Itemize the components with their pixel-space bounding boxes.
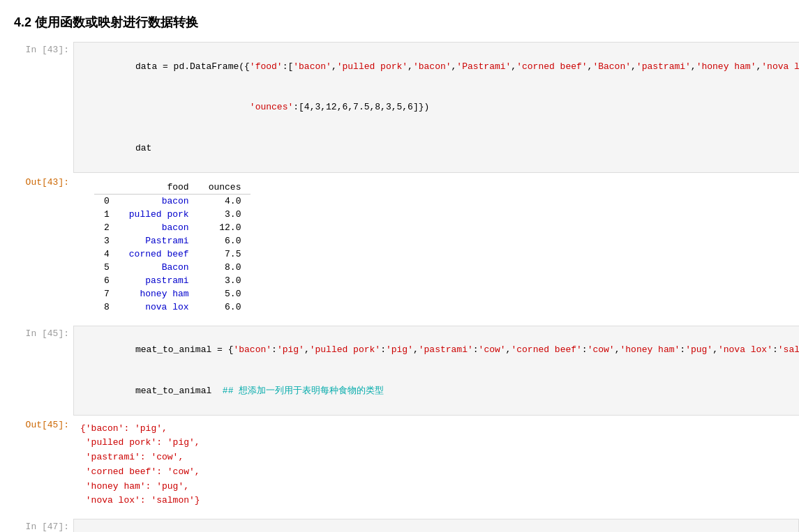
out-label-45: Out[45]: <box>0 417 73 430</box>
code-box-45: meat_to_animal = {'bacon':'pig','pulled … <box>73 326 799 416</box>
code-box-47: lowercased = data['food'].str.lower() lo… <box>73 519 799 532</box>
cell-43-output: Out[43]: food ounces 0 bacon 4.0 1 pulle <box>0 174 799 320</box>
cell-food: Bacon <box>119 261 199 274</box>
th-index <box>94 181 119 195</box>
cell-43: In [43]: data = pd.DataFrame({'food':['b… <box>0 42 799 320</box>
section-title: 4.2 使用函数或映射进行数据转换 <box>0 7 799 42</box>
cell-ounces: 8.0 <box>199 261 251 274</box>
page: 4.2 使用函数或映射进行数据转换 In [43]: data = pd.Dat… <box>0 0 799 532</box>
cell-index: 1 <box>94 208 119 221</box>
cell-43-input: In [43]: data = pd.DataFrame({'food':['b… <box>0 42 799 173</box>
cell-ounces: 3.0 <box>199 274 251 287</box>
cell-ounces: 12.0 <box>199 221 251 234</box>
cell-index: 2 <box>94 221 119 234</box>
th-food: food <box>119 181 199 195</box>
cell-47-input: In [47]: lowercased = data['food'].str.l… <box>0 519 799 532</box>
cell-food: nova lox <box>119 301 199 314</box>
table-row: 8 nova lox 6.0 <box>94 301 251 314</box>
data-table-43: food ounces 0 bacon 4.0 1 pulled pork 3.… <box>94 181 251 314</box>
code-line-45-1: meat_to_animal = {'bacon':'pig','pulled … <box>81 330 799 371</box>
out-box-43: food ounces 0 bacon 4.0 1 pulled pork 3.… <box>73 174 799 320</box>
cell-45: In [45]: meat_to_animal = {'bacon':'pig'… <box>0 326 799 514</box>
cell-45-output: Out[45]: {'bacon': 'pig', 'pulled pork':… <box>0 417 799 514</box>
cell-index: 7 <box>94 287 119 301</box>
cell-ounces: 7.5 <box>199 248 251 261</box>
code-box-43: data = pd.DataFrame({'food':['bacon','pu… <box>73 42 799 173</box>
table-row: 6 pastrami 3.0 <box>94 274 251 287</box>
cell-ounces: 5.0 <box>199 287 251 301</box>
code-line-45-2: meat_to_animal ## 想添加一列用于表明每种食物的类型 <box>81 370 799 411</box>
cell-ounces: 4.0 <box>199 194 251 208</box>
code-line-43-1: data = pd.DataFrame({'food':['bacon','pu… <box>81 46 799 87</box>
th-ounces: ounces <box>199 181 251 195</box>
dict-output-45: {'bacon': 'pig', 'pulled pork': 'pig', '… <box>80 420 792 510</box>
cell-index: 3 <box>94 234 119 248</box>
in-label-47: In [47]: <box>0 519 73 532</box>
in-label-43: In [43]: <box>0 42 73 55</box>
cell-index: 4 <box>94 248 119 261</box>
cell-45-input: In [45]: meat_to_animal = {'bacon':'pig'… <box>0 326 799 416</box>
cell-food: honey ham <box>119 287 199 301</box>
cell-food: Pastrami <box>119 234 199 248</box>
cell-food: pulled pork <box>119 208 199 221</box>
table-row: 5 Bacon 8.0 <box>94 261 251 274</box>
out-box-45: {'bacon': 'pig', 'pulled pork': 'pig', '… <box>73 417 799 514</box>
cell-ounces: 3.0 <box>199 208 251 221</box>
code-line-47-1: lowercased = data['food'].str.lower() <box>81 523 791 532</box>
table-row: 0 bacon 4.0 <box>94 194 251 208</box>
code-line-43-2: 'ounces':[4,3,12,6,7.5,8,3,5,6]}) <box>81 87 799 128</box>
out-label-43: Out[43]: <box>0 174 73 188</box>
cell-food: bacon <box>119 194 199 208</box>
table-row: 3 Pastrami 6.0 <box>94 234 251 248</box>
table-row: 1 pulled pork 3.0 <box>94 208 251 221</box>
table-row: 4 corned beef 7.5 <box>94 248 251 261</box>
table-row: 7 honey ham 5.0 <box>94 287 251 301</box>
table-row: 2 bacon 12.0 <box>94 221 251 234</box>
cell-index: 6 <box>94 274 119 287</box>
cell-index: 0 <box>94 194 119 208</box>
in-label-45: In [45]: <box>0 326 73 339</box>
code-line-43-3: dat <box>81 128 799 169</box>
cell-food: pastrami <box>119 274 199 287</box>
cell-ounces: 6.0 <box>199 301 251 314</box>
cell-ounces: 6.0 <box>199 234 251 248</box>
cell-food: bacon <box>119 221 199 234</box>
cell-food: corned beef <box>119 248 199 261</box>
cell-47: In [47]: lowercased = data['food'].str.l… <box>0 519 799 532</box>
cell-index: 8 <box>94 301 119 314</box>
cell-index: 5 <box>94 261 119 274</box>
